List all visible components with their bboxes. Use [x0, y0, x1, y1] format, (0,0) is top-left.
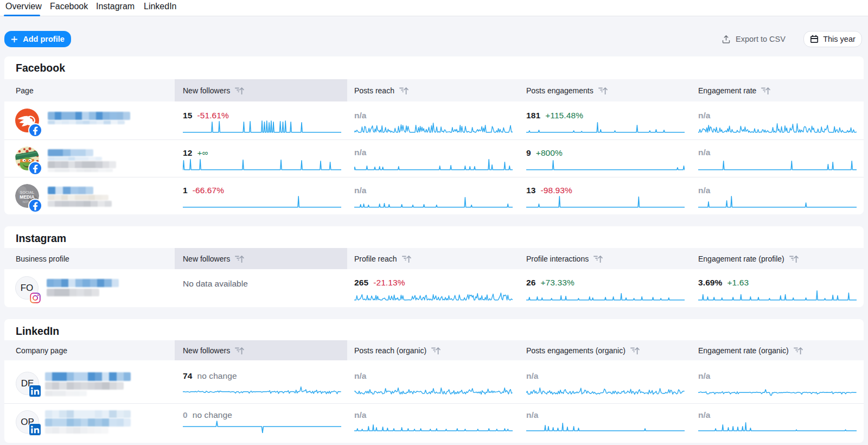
svg-text:SOCIAL: SOCIAL: [20, 190, 35, 194]
